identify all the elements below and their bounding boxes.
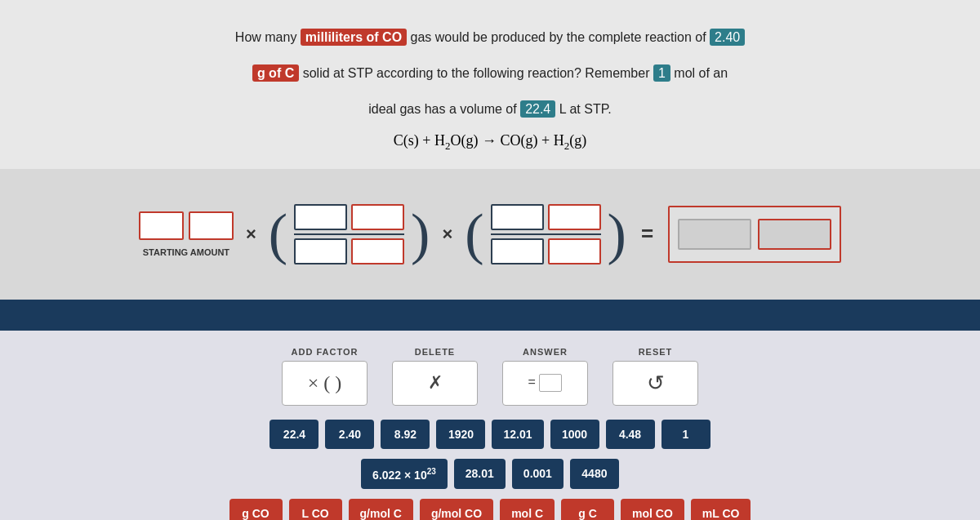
reset-label: RESET xyxy=(639,347,673,357)
answer-label: ANSWER xyxy=(523,347,568,357)
start-box-2[interactable] xyxy=(189,211,234,240)
add-factor-label: ADD FACTOR xyxy=(292,347,359,357)
value-224: 22.4 xyxy=(520,100,555,118)
fraction-line-2 xyxy=(491,233,601,235)
delete-button[interactable]: ✗ xyxy=(392,361,478,406)
num-btn-224[interactable]: 22.4 xyxy=(270,420,318,449)
fraction-1 xyxy=(287,204,411,264)
delete-group: DELETE ✗ xyxy=(392,347,478,406)
unit-btn-gco[interactable]: g CO xyxy=(229,499,283,520)
frac-box-1-den-2[interactable] xyxy=(351,238,404,264)
multiply-2: × xyxy=(438,224,457,245)
reset-icon: ↺ xyxy=(647,371,665,396)
line3-end: L at STP. xyxy=(559,102,612,116)
fraction-2 xyxy=(484,204,608,264)
unit-row: g CO L CO g/mol C g/mol CO mol C g C mol… xyxy=(229,499,751,520)
line2-end: mol of an xyxy=(674,66,728,80)
num-btn-4480[interactable]: 4480 xyxy=(570,459,619,490)
frac-box-1-den-1[interactable] xyxy=(294,238,347,264)
unit-btn-mlco[interactable]: mL CO xyxy=(691,499,751,520)
num-btn-240[interactable]: 2.40 xyxy=(325,420,374,449)
frac-box-2-num-1[interactable] xyxy=(491,204,544,230)
frac-box-2-den-2[interactable] xyxy=(548,238,601,264)
fraction-group-2: ( ) xyxy=(465,204,626,264)
delete-icon: ✗ xyxy=(428,372,443,393)
answer-button[interactable]: = xyxy=(502,361,588,406)
frac-box-1-num-2[interactable] xyxy=(351,204,404,230)
right-paren-1: ) xyxy=(411,206,430,263)
problem-line1: How many milliliters of CO gas would be … xyxy=(16,24,964,51)
frac-box-2-den-1[interactable] xyxy=(491,238,544,264)
buttons-area: ADD FACTOR × ( ) DELETE ✗ ANSWER = RESET xyxy=(16,347,964,520)
calculator-section: ADD FACTOR × ( ) DELETE ✗ ANSWER = RESET xyxy=(0,331,980,520)
multiply-1: × xyxy=(242,224,261,245)
reset-button[interactable]: ↺ xyxy=(612,361,698,406)
unit-btn-gmolco[interactable]: g/mol CO xyxy=(420,499,493,520)
num-btn-1920[interactable]: 1920 xyxy=(436,420,485,449)
problem-area: How many milliliters of CO gas would be … xyxy=(0,0,980,169)
unit-btn-gmolc[interactable]: g/mol C xyxy=(349,499,413,520)
result-value-box[interactable] xyxy=(678,219,751,250)
frac-box-2-num-2[interactable] xyxy=(548,204,601,230)
fraction-group-1: ( ) xyxy=(269,204,430,264)
action-row: ADD FACTOR × ( ) DELETE ✗ ANSWER = RESET xyxy=(282,347,698,406)
add-factor-button[interactable]: × ( ) xyxy=(282,361,368,406)
calculation-area: STARTING AMOUNT × ( ) × ( xyxy=(0,169,980,300)
unit-btn-gc[interactable]: g C xyxy=(561,499,614,520)
value-240: 2.40 xyxy=(710,29,745,46)
unit-btn-molc[interactable]: mol C xyxy=(500,499,555,520)
value-1: 1 xyxy=(653,64,670,82)
blue-divider xyxy=(0,300,980,331)
line1-after: gas would be produced by the complete re… xyxy=(411,30,706,44)
num-btn-1201[interactable]: 12.01 xyxy=(492,420,543,449)
fraction-2-denominator xyxy=(491,238,601,264)
delete-label: DELETE xyxy=(415,347,455,357)
unit-btn-lco[interactable]: L CO xyxy=(289,499,342,520)
left-paren-1: ( xyxy=(269,206,287,263)
left-paren-2: ( xyxy=(465,206,483,263)
problem-line2: g of C solid at STP according to the fol… xyxy=(16,60,964,87)
num-btn-1[interactable]: 1 xyxy=(662,420,710,449)
line3-text: ideal gas has a volume of xyxy=(368,102,516,116)
highlight-g-of-c: g of C xyxy=(252,64,299,82)
starting-amount-label: STARTING AMOUNT xyxy=(143,247,229,257)
num-btn-2801[interactable]: 28.01 xyxy=(454,459,506,490)
start-box-1[interactable] xyxy=(139,211,184,240)
num-btn-0001[interactable]: 0.001 xyxy=(512,459,564,490)
frac-box-1-num-1[interactable] xyxy=(294,204,347,230)
num-btn-1000[interactable]: 1000 xyxy=(550,420,599,449)
unit-btn-molco[interactable]: mol CO xyxy=(621,499,684,520)
chemical-equation: C(s) + H2O(g) → CO(g) + H2(g) xyxy=(16,132,964,153)
fraction-2-numerator xyxy=(491,204,601,230)
fraction-1-numerator xyxy=(294,204,404,230)
add-factor-group: ADD FACTOR × ( ) xyxy=(282,347,368,406)
problem-line3: ideal gas has a volume of 22.4 L at STP. xyxy=(16,96,964,122)
number-row-2: 6.022 × 1023 28.01 0.001 4480 xyxy=(361,459,619,490)
fraction-line-1 xyxy=(294,233,404,235)
num-btn-avogadro[interactable]: 6.022 × 1023 xyxy=(361,459,448,490)
highlight-milliliters-co: milliliters of CO xyxy=(301,29,407,46)
num-btn-448[interactable]: 4.48 xyxy=(606,420,655,449)
result-container xyxy=(668,206,841,263)
number-row-1: 22.4 2.40 8.92 1920 12.01 1000 4.48 1 xyxy=(270,420,710,449)
equals-sign: = xyxy=(635,221,660,247)
line2-after: solid at STP according to the following … xyxy=(303,66,650,80)
right-paren-2: ) xyxy=(608,206,626,263)
line1-before: How many xyxy=(235,30,297,44)
result-unit-box[interactable] xyxy=(758,219,831,250)
paren-icon: × ( ) xyxy=(308,372,342,394)
answer-group: ANSWER = xyxy=(502,347,588,406)
num-btn-892[interactable]: 8.92 xyxy=(381,420,430,449)
answer-icon: = xyxy=(528,374,563,392)
fraction-1-denominator xyxy=(294,238,404,264)
starting-amount-group: STARTING AMOUNT xyxy=(139,211,234,257)
starting-boxes xyxy=(139,211,234,240)
reset-group: RESET ↺ xyxy=(612,347,698,406)
